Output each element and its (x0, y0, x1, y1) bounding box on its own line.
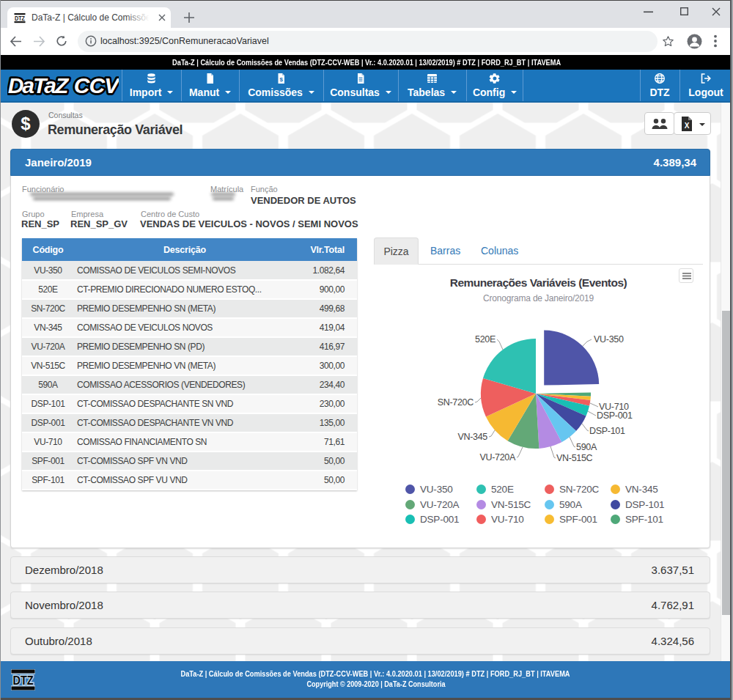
svg-text:DTZ: DTZ (13, 674, 34, 687)
svg-text:SN-720C: SN-720C (438, 397, 474, 408)
svg-text:X: X (685, 122, 690, 130)
svg-text:DSP-101: DSP-101 (589, 426, 625, 436)
svg-text:DSP-001: DSP-001 (597, 410, 633, 421)
svg-text:VN-345: VN-345 (457, 432, 487, 442)
svg-text:DTZ: DTZ (15, 14, 25, 22)
svg-text:$: $ (280, 76, 284, 83)
svg-text:VN-515C: VN-515C (556, 453, 593, 463)
svg-text:CCV: CCV (74, 73, 119, 97)
svg-text:VU-710: VU-710 (599, 402, 629, 412)
svg-text:VU-350: VU-350 (594, 334, 624, 345)
svg-text:520E: 520E (475, 334, 496, 345)
svg-text:590A: 590A (576, 442, 597, 452)
svg-text:VU-720A: VU-720A (479, 452, 516, 463)
svg-text:DaTaZ: DaTaZ (8, 73, 70, 97)
